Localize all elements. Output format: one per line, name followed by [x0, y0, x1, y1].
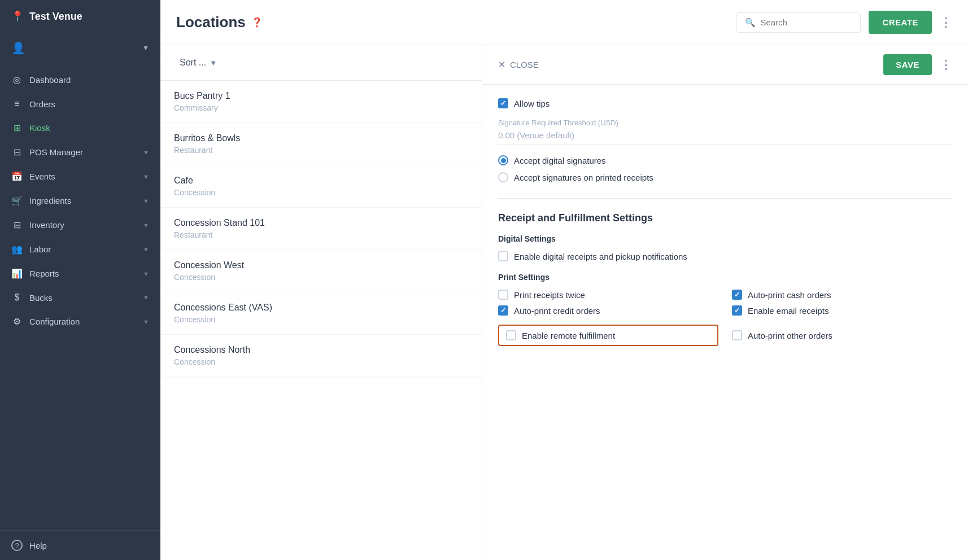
- location-list: Bucs Pantry 1 Commissary Burritos & Bowl…: [160, 81, 482, 560]
- detail-content: Allow tips Signature Required Threshold …: [482, 85, 968, 375]
- allow-tips-checkbox[interactable]: [498, 98, 508, 108]
- sidebar-item-label: Inventory: [29, 220, 64, 230]
- search-input[interactable]: [760, 18, 852, 27]
- close-x-icon: ✕: [498, 59, 505, 70]
- top-header: Locations ❓ 🔍 CREATE ⋮: [160, 0, 968, 45]
- location-type: Concession: [174, 188, 468, 197]
- sidebar-item-reports[interactable]: 📊 Reports ▼: [0, 261, 160, 286]
- help-label: Help: [29, 541, 47, 550]
- list-item[interactable]: Concession Stand 101 Restaurant: [160, 208, 482, 250]
- orders-icon: ≡: [11, 99, 23, 109]
- sidebar-item-label: Bucks: [29, 293, 53, 303]
- reports-icon: 📊: [11, 268, 23, 279]
- sidebar-header: 📍 Test Venue: [0, 0, 160, 33]
- dashboard-icon: ◎: [11, 75, 23, 85]
- sort-chevron-icon: ▼: [210, 59, 217, 67]
- list-item[interactable]: Cafe Concession: [160, 165, 482, 208]
- radio-selected-icon: [498, 155, 508, 165]
- location-name: Concession Stand 101: [174, 218, 468, 228]
- list-item[interactable]: Concessions East (VAS) Concession: [160, 292, 482, 335]
- chevron-down-icon: ▼: [143, 246, 149, 253]
- sidebar-item-inventory[interactable]: ⊟ Inventory ▼: [0, 213, 160, 237]
- enable-digital-checkbox[interactable]: [498, 251, 508, 261]
- allow-tips-label: Allow tips: [514, 99, 550, 108]
- sidebar-item-orders[interactable]: ≡ Orders: [0, 92, 160, 116]
- sidebar-item-dashboard[interactable]: ◎ Dashboard: [0, 68, 160, 92]
- detail-header: ✕ CLOSE SAVE ⋮: [482, 45, 968, 85]
- auto-print-other-item: Auto-print other orders: [732, 325, 952, 346]
- signature-threshold-label: Signature Required Threshold (USD): [498, 119, 952, 127]
- chevron-down-icon: ▼: [143, 270, 149, 277]
- enable-remote-label: Enable remote fulfillment: [522, 331, 615, 340]
- location-type: Concession: [174, 273, 468, 282]
- accept-digital-label: Accept digital signatures: [514, 156, 606, 165]
- sidebar-item-events[interactable]: 📅 Events ▼: [0, 164, 160, 189]
- list-panel: Sort ... ▼ Bucs Pantry 1 Commissary Burr…: [160, 45, 482, 560]
- chevron-down-icon: ▼: [143, 198, 149, 204]
- signature-options: Accept digital signatures Accept signatu…: [498, 155, 952, 182]
- detail-more-icon[interactable]: ⋮: [940, 58, 952, 72]
- chevron-down-icon: ▼: [143, 173, 149, 180]
- sidebar-item-pos-manager[interactable]: ⊟ POS Manager ▼: [0, 140, 160, 164]
- auto-print-other-label: Auto-print other orders: [748, 331, 832, 340]
- search-box[interactable]: 🔍: [736, 12, 861, 33]
- enable-remote-checkbox[interactable]: [506, 330, 516, 340]
- location-name: Bucs Pantry 1: [174, 91, 468, 101]
- accept-printed-label: Accept signatures on printed receipts: [514, 173, 653, 182]
- sidebar-nav: ◎ Dashboard ≡ Orders ⊞ Kiosk ⊟ POS Manag…: [0, 63, 160, 530]
- sidebar-footer: ? Help: [0, 530, 160, 560]
- more-options-icon[interactable]: ⋮: [940, 15, 952, 30]
- help-circle-icon[interactable]: ❓: [251, 17, 263, 28]
- enable-email-label: Enable email receipts: [748, 306, 829, 316]
- sidebar-item-labor[interactable]: 👥 Labor ▼: [0, 237, 160, 261]
- sidebar-item-label: Orders: [29, 99, 55, 109]
- sidebar-item-label: Ingredients: [29, 196, 71, 205]
- header-left: Locations ❓: [176, 14, 263, 31]
- ingredients-icon: 🛒: [11, 195, 23, 206]
- chevron-down-icon: ▼: [143, 294, 149, 301]
- print-receipts-twice-label: Print receipts twice: [514, 290, 585, 300]
- detail-panel: ✕ CLOSE SAVE ⋮ Allow tips Signature Req: [482, 45, 968, 560]
- print-settings-title: Print Settings: [498, 273, 952, 282]
- auto-print-cash-item: Auto-print cash orders: [732, 290, 952, 300]
- receipt-section-title: Receipt and Fulfillment Settings: [498, 212, 952, 224]
- print-receipts-twice-checkbox[interactable]: [498, 290, 508, 300]
- sidebar-user[interactable]: 👤 ▼: [0, 33, 160, 63]
- sidebar-item-ingredients[interactable]: 🛒 Ingredients ▼: [0, 189, 160, 213]
- auto-print-cash-checkbox[interactable]: [732, 290, 742, 300]
- inventory-icon: ⊟: [11, 220, 23, 230]
- sidebar-item-label: Labor: [29, 244, 51, 254]
- help-link[interactable]: ? Help: [11, 540, 149, 551]
- save-button[interactable]: SAVE: [883, 54, 932, 75]
- list-item[interactable]: Concession West Concession: [160, 250, 482, 292]
- digital-settings: Digital Settings Enable digital receipts…: [498, 234, 952, 261]
- enable-email-checkbox[interactable]: [732, 305, 742, 316]
- list-item[interactable]: Burritos & Bowls Restaurant: [160, 123, 482, 165]
- radio-empty-icon: [498, 172, 508, 182]
- sidebar-item-bucks[interactable]: $ Bucks ▼: [0, 286, 160, 309]
- accept-printed-radio[interactable]: Accept signatures on printed receipts: [498, 172, 952, 182]
- list-item[interactable]: Bucs Pantry 1 Commissary: [160, 81, 482, 123]
- sort-button[interactable]: Sort ... ▼: [174, 54, 223, 71]
- sidebar: 📍 Test Venue 👤 ▼ ◎ Dashboard ≡ Orders ⊞ …: [0, 0, 160, 560]
- sidebar-item-label: Events: [29, 172, 55, 181]
- content-area: Sort ... ▼ Bucs Pantry 1 Commissary Burr…: [160, 45, 968, 560]
- auto-print-other-checkbox[interactable]: [732, 330, 742, 340]
- auto-print-credit-checkbox[interactable]: [498, 305, 508, 316]
- location-type: Restaurant: [174, 230, 468, 239]
- auto-print-cash-label: Auto-print cash orders: [748, 290, 831, 300]
- sidebar-item-kiosk[interactable]: ⊞ Kiosk: [0, 116, 160, 140]
- sidebar-item-configuration[interactable]: ⚙ Configuration ▼: [0, 309, 160, 334]
- auto-print-credit-label: Auto-print credit orders: [514, 306, 600, 316]
- page-title: Locations: [176, 14, 246, 31]
- list-toolbar: Sort ... ▼: [160, 45, 482, 81]
- location-name: Concession West: [174, 260, 468, 270]
- chevron-down-icon: ▼: [143, 149, 149, 156]
- configuration-icon: ⚙: [11, 316, 23, 327]
- create-button[interactable]: CREATE: [869, 11, 932, 34]
- accept-digital-radio[interactable]: Accept digital signatures: [498, 155, 952, 165]
- print-settings-grid: Print receipts twice Auto-print cash ord…: [498, 290, 952, 316]
- list-item[interactable]: Concessions North Concession: [160, 335, 482, 377]
- close-button[interactable]: ✕ CLOSE: [498, 59, 539, 70]
- sidebar-item-label: Dashboard: [29, 75, 71, 85]
